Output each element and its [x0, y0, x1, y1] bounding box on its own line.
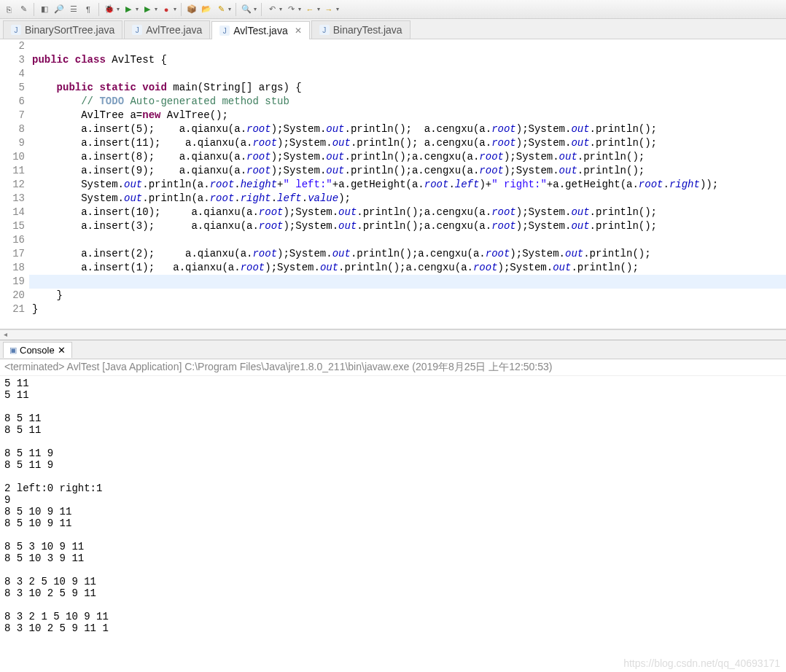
- code-line[interactable]: [29, 275, 786, 289]
- line-number: 2: [0, 39, 25, 53]
- line-number: 8: [0, 122, 25, 136]
- code-line[interactable]: a.insert(3); a.qianxu(a.root);System.out…: [29, 219, 786, 233]
- java-file-icon: J: [319, 25, 330, 35]
- stop-icon[interactable]: ●: [160, 4, 172, 15]
- code-line[interactable]: }: [29, 302, 786, 316]
- scroll-left-icon[interactable]: ◂: [0, 330, 10, 340]
- editor-tab[interactable]: JBinarySortTree.java: [3, 20, 122, 39]
- console-tab[interactable]: ▣ Console ✕: [3, 342, 72, 358]
- code-line[interactable]: public class AvlTest {: [29, 53, 786, 67]
- toolbar-separator: [34, 3, 34, 16]
- code-line[interactable]: [29, 67, 786, 81]
- line-number: 3: [0, 53, 25, 67]
- code-line[interactable]: // TODO Auto-generated method stub: [29, 95, 786, 109]
- toolbar-icon[interactable]: ◧: [39, 4, 50, 15]
- wrench-icon[interactable]: ✎: [215, 4, 227, 15]
- code-line[interactable]: [29, 233, 786, 247]
- close-icon[interactable]: ✕: [58, 345, 66, 356]
- code-line[interactable]: a.insert(5); a.qianxu(a.root);System.out…: [29, 122, 786, 136]
- run-config-icon[interactable]: ▶: [141, 4, 153, 15]
- code-editor[interactable]: public class AvlTest { public static voi…: [29, 39, 786, 329]
- tab-label: BinarySortTree.java: [25, 24, 114, 36]
- main-toolbar: ⎘ ✎ ◧ 🔎 ☰ ¶ 🐞▾ ▶▾ ▶▾ ●▾ 📦 📂 ✎▾ 🔍▾ ↶▾ ↷▾ …: [0, 0, 786, 19]
- console-icon: ▣: [9, 345, 17, 355]
- toolbar-icon[interactable]: ✎: [17, 4, 29, 15]
- search-icon[interactable]: 🔍: [241, 4, 252, 15]
- line-number: 17: [0, 247, 25, 261]
- console-tab-label: Console: [20, 345, 55, 356]
- package-icon[interactable]: 📦: [186, 4, 198, 15]
- close-icon[interactable]: ✕: [295, 26, 302, 36]
- line-number: 15: [0, 219, 25, 233]
- dropdown-arrow[interactable]: ▾: [117, 6, 120, 12]
- toolbar-icon[interactable]: ¶: [82, 4, 94, 15]
- code-line[interactable]: [29, 39, 786, 53]
- console-tabs: ▣ Console ✕: [0, 340, 786, 359]
- line-number: 14: [0, 206, 25, 219]
- line-number: 9: [0, 136, 25, 150]
- dropdown-arrow[interactable]: ▾: [228, 6, 231, 12]
- editor-tab[interactable]: JBinaryTest.java: [311, 20, 410, 39]
- dropdown-arrow[interactable]: ▾: [279, 6, 282, 12]
- code-line[interactable]: a.insert(8); a.qianxu(a.root);System.out…: [29, 150, 786, 164]
- code-line[interactable]: }: [29, 289, 786, 302]
- nav-next-icon[interactable]: ↷: [285, 4, 297, 15]
- line-number: 21: [0, 302, 25, 316]
- line-number: 6: [0, 95, 25, 109]
- line-number: 11: [0, 164, 25, 178]
- toolbar-icon[interactable]: ⎘: [3, 4, 15, 15]
- line-number: 5: [0, 81, 25, 95]
- console-output[interactable]: 5 11 5 11 8 5 11 8 5 11 8 5 11 9 8 5 11 …: [0, 376, 786, 672]
- dropdown-arrow[interactable]: ▾: [336, 6, 339, 12]
- code-line[interactable]: a.insert(11); a.qianxu(a.root);System.ou…: [29, 136, 786, 150]
- dropdown-arrow[interactable]: ▾: [317, 6, 320, 12]
- java-file-icon: J: [11, 25, 21, 35]
- debug-icon[interactable]: 🐞: [104, 4, 115, 15]
- java-file-icon: J: [219, 26, 230, 36]
- folder-icon[interactable]: 📂: [201, 4, 212, 15]
- code-line[interactable]: System.out.println(a.root.right.left.val…: [29, 192, 786, 206]
- toolbar-separator: [261, 3, 262, 16]
- editor-tab[interactable]: JAvlTree.java: [124, 20, 210, 39]
- console-panel: ▣ Console ✕ <terminated> AvlTest [Java A…: [0, 340, 786, 672]
- editor-area: 23456789101112131415161718192021 public …: [0, 39, 786, 329]
- tab-label: BinaryTest.java: [333, 24, 402, 36]
- dropdown-arrow[interactable]: ▾: [254, 6, 257, 12]
- editor-tab[interactable]: JAvlTest.java✕: [211, 21, 309, 39]
- tab-label: AvlTest.java: [233, 25, 287, 36]
- toolbar-separator: [181, 3, 182, 16]
- dropdown-arrow[interactable]: ▾: [174, 6, 176, 12]
- dropdown-arrow[interactable]: ▾: [136, 6, 139, 12]
- java-file-icon: J: [132, 25, 142, 35]
- console-header: <terminated> AvlTest [Java Application] …: [0, 359, 786, 376]
- tab-label: AvlTree.java: [146, 24, 202, 36]
- line-number: 10: [0, 150, 25, 164]
- toolbar-separator: [236, 3, 236, 16]
- nav-prev-icon[interactable]: ↶: [266, 4, 278, 15]
- code-line[interactable]: AvlTree a=new AvlTree();: [29, 109, 786, 122]
- code-line[interactable]: a.insert(10); a.qianxu(a.root);System.ou…: [29, 206, 786, 219]
- dropdown-arrow[interactable]: ▾: [298, 6, 301, 12]
- line-number: 20: [0, 289, 25, 302]
- code-line[interactable]: a.insert(2); a.qianxu(a.root);System.out…: [29, 247, 786, 261]
- dropdown-arrow[interactable]: ▾: [155, 6, 157, 12]
- horizontal-scrollbar[interactable]: ◂: [0, 329, 786, 340]
- line-number: 18: [0, 261, 25, 275]
- line-number: 16: [0, 233, 25, 247]
- editor-tabs: JBinarySortTree.javaJAvlTree.javaJAvlTes…: [0, 19, 786, 39]
- toolbar-separator: [98, 3, 99, 16]
- forward-icon[interactable]: →: [323, 4, 335, 15]
- back-icon[interactable]: ←: [304, 4, 316, 15]
- code-line[interactable]: System.out.println(a.root.height+" left:…: [29, 178, 786, 192]
- line-gutter: 23456789101112131415161718192021: [0, 39, 29, 329]
- code-line[interactable]: public static void main(String[] args) {: [29, 81, 786, 95]
- code-line[interactable]: a.insert(1); a.qianxu(a.root);System.out…: [29, 261, 786, 275]
- code-line[interactable]: a.insert(9); a.qianxu(a.root);System.out…: [29, 164, 786, 178]
- watermark: https://blog.csdn.net/qq_40693171: [623, 657, 780, 669]
- line-number: 7: [0, 109, 25, 122]
- line-number: 12: [0, 178, 25, 192]
- line-number: 19: [0, 275, 25, 289]
- toolbar-icon[interactable]: 🔎: [53, 4, 65, 15]
- toolbar-icon[interactable]: ☰: [68, 4, 79, 15]
- run-icon[interactable]: ▶: [122, 4, 134, 15]
